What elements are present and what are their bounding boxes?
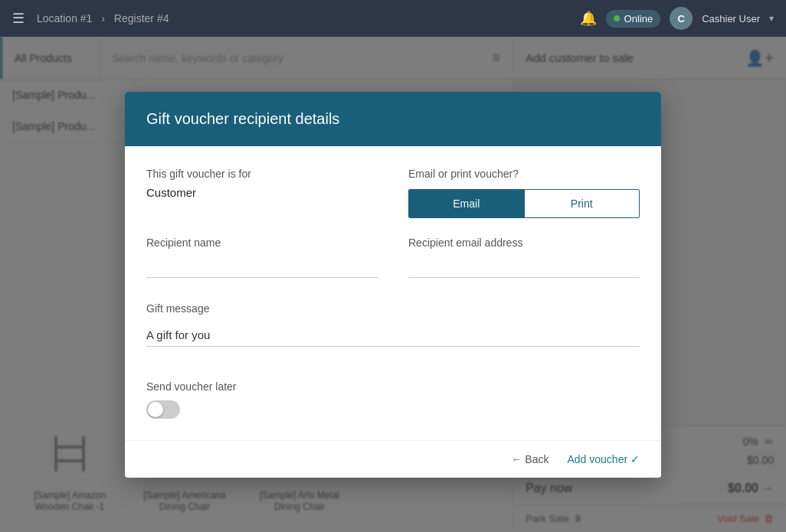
modal-title: Gift voucher recipient details xyxy=(146,110,339,127)
modal-body: This gift voucher is for Customer Email … xyxy=(125,146,661,440)
recipient-name-label: Recipient name xyxy=(146,237,378,249)
main-layout: All Products Search name, keywords or ca… xyxy=(0,37,786,532)
avatar[interactable]: C xyxy=(670,7,693,30)
email-or-print-group: Email or print voucher? Email Print xyxy=(408,168,640,218)
bell-icon[interactable]: 🔔 xyxy=(580,10,597,27)
toggle-knob xyxy=(148,402,163,417)
email-button[interactable]: Email xyxy=(409,190,524,217)
send-later-label: Send voucher later xyxy=(146,380,640,393)
gift-voucher-modal: Gift voucher recipient details This gift… xyxy=(125,92,661,478)
print-button[interactable]: Print xyxy=(524,190,640,217)
send-later-toggle[interactable] xyxy=(146,400,180,419)
recipient-email-label: Recipient email address xyxy=(408,237,640,249)
breadcrumb: Location #1 › Register #4 xyxy=(34,12,571,24)
voucher-for-group: This gift voucher is for Customer xyxy=(146,168,378,218)
gift-message-label: Gift message xyxy=(146,302,640,315)
hamburger-icon[interactable]: ☰ xyxy=(12,10,25,27)
email-or-print-label: Email or print voucher? xyxy=(408,168,640,180)
gift-message-group: Gift message xyxy=(146,302,640,347)
modal-overlay: Gift voucher recipient details This gift… xyxy=(0,37,786,532)
user-menu-chevron[interactable]: ▾ xyxy=(769,13,774,24)
voucher-for-label: This gift voucher is for xyxy=(146,168,378,180)
gift-message-input[interactable] xyxy=(146,324,640,347)
modal-footer: ← Back Add voucher ✓ xyxy=(125,440,661,478)
recipient-email-input[interactable] xyxy=(408,255,640,278)
add-voucher-button[interactable]: Add voucher ✓ xyxy=(568,453,640,465)
status-dot xyxy=(614,15,620,21)
user-name: Cashier User xyxy=(702,13,760,24)
modal-header: Gift voucher recipient details xyxy=(125,92,661,146)
email-print-toggle: Email Print xyxy=(408,189,640,218)
status-label: Online xyxy=(624,13,653,24)
breadcrumb-separator: › xyxy=(101,12,105,24)
send-later-group: Send voucher later xyxy=(146,380,640,419)
status-indicator: Online xyxy=(606,10,661,28)
breadcrumb-register: Register #4 xyxy=(114,12,169,24)
top-navigation: ☰ Location #1 › Register #4 🔔 Online C C… xyxy=(0,0,786,37)
back-button[interactable]: ← Back xyxy=(511,453,549,465)
modal-grid: This gift voucher is for Customer Email … xyxy=(146,168,640,419)
voucher-for-value: Customer xyxy=(146,186,378,199)
recipient-email-group: Recipient email address xyxy=(408,237,640,278)
recipient-name-group: Recipient name xyxy=(146,237,378,278)
recipient-name-input[interactable] xyxy=(146,255,378,278)
breadcrumb-location: Location #1 xyxy=(37,12,92,24)
